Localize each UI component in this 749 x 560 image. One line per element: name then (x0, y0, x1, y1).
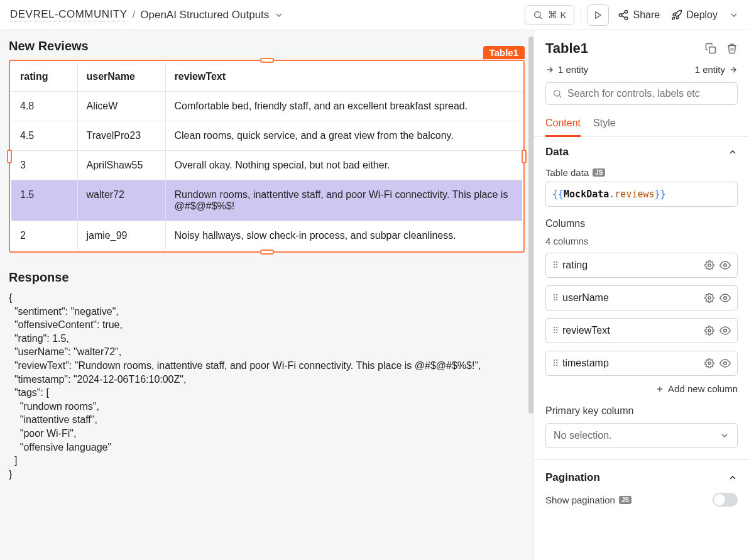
scrollbar[interactable] (528, 36, 533, 414)
gear-icon[interactable] (704, 260, 714, 270)
share-icon (618, 9, 629, 21)
cell-userName[interactable]: AliceW (77, 92, 165, 121)
widget-badge[interactable]: Table1 (483, 46, 525, 59)
table-row[interactable]: 4.5TravelPro23Clean rooms, quick service… (11, 121, 522, 151)
svg-marker-2 (596, 11, 601, 18)
chevron-up-icon (728, 473, 738, 483)
eye-icon[interactable] (719, 292, 731, 304)
js-badge: JS (593, 168, 605, 177)
grip-icon[interactable]: ⠿ (552, 293, 557, 303)
grip-icon[interactable]: ⠿ (552, 260, 557, 270)
pagination-heading-label: Pagination (545, 471, 600, 484)
response-body: { "sentiment": "negative", "offensiveCon… (9, 291, 525, 481)
svg-rect-8 (709, 47, 716, 53)
grip-icon[interactable]: ⠿ (552, 358, 557, 368)
cell-rating[interactable]: 1.5 (11, 180, 77, 221)
svg-point-3 (625, 10, 628, 13)
col-header-username[interactable]: userName (77, 62, 165, 92)
grip-icon[interactable]: ⠿ (552, 326, 557, 336)
eye-icon[interactable] (719, 260, 731, 271)
tab-style[interactable]: Style (593, 113, 616, 136)
tab-content[interactable]: Content (545, 113, 581, 137)
svg-line-7 (622, 12, 625, 14)
column-item[interactable]: ⠿reviewText (545, 318, 738, 343)
svg-point-20 (724, 362, 727, 365)
reviews-heading: New Reviews (9, 39, 525, 53)
svg-line-1 (540, 17, 542, 19)
deploy-button[interactable]: Deploy (669, 6, 720, 25)
cell-userName[interactable]: AprilShaw55 (77, 151, 165, 180)
show-pagination-row: Show pagination JS (545, 493, 738, 507)
gear-icon[interactable] (704, 358, 714, 368)
svg-point-0 (535, 11, 540, 17)
chevron-down-icon[interactable] (274, 10, 284, 20)
table-data-label-text: Table data (545, 167, 589, 178)
table-row[interactable]: 2jamie_99Noisy hallways, slow check-in p… (11, 221, 522, 251)
omnibox-button[interactable]: ⌘ K (525, 5, 574, 25)
eye-icon[interactable] (719, 325, 731, 336)
table-row[interactable]: 3AprilShaw55Overall okay. Nothing specia… (11, 151, 522, 180)
topbar-actions: ⌘ K Share Deploy (525, 4, 739, 26)
pagination-heading[interactable]: Pagination (545, 471, 738, 484)
cell-rating[interactable]: 4.5 (11, 121, 77, 151)
col-header-rating[interactable]: rating (11, 62, 77, 92)
cell-reviewText[interactable]: Rundown rooms, inattentive staff, and po… (165, 180, 522, 221)
data-heading[interactable]: Data (545, 146, 738, 158)
column-name: userName (562, 292, 699, 304)
table1-widget[interactable]: Table1 rating userName reviewText 4.8Ali… (9, 60, 525, 253)
gear-icon[interactable] (704, 293, 714, 303)
svg-point-14 (724, 264, 727, 267)
cell-rating[interactable]: 3 (11, 151, 77, 180)
deploy-chevron-icon[interactable] (729, 10, 739, 20)
breadcrumb-org[interactable]: DEVREL-COMMUNITY (10, 8, 128, 21)
column-item[interactable]: ⠿timestamp (545, 351, 738, 376)
cell-reviewText[interactable]: Overall okay. Nothing special, but not b… (165, 151, 522, 180)
table-row[interactable]: 1.5walter72Rundown rooms, inattentive st… (11, 180, 522, 221)
column-item[interactable]: ⠿userName (545, 285, 738, 310)
resize-handle-right[interactable] (522, 150, 527, 163)
cell-rating[interactable]: 4.8 (11, 92, 77, 121)
gear-icon[interactable] (704, 326, 714, 336)
divider (581, 8, 581, 23)
inspector-header: Table1 (534, 30, 749, 60)
copy-icon[interactable] (705, 43, 716, 54)
data-heading-label: Data (545, 146, 569, 158)
entity-row: 1 entity 1 entity (534, 60, 749, 82)
canvas[interactable]: New Reviews Table1 rating userName revie… (0, 30, 533, 560)
cell-reviewText[interactable]: Noisy hallways, slow check-in process, a… (165, 221, 522, 251)
binding-prop: reviews (615, 189, 654, 200)
table-data-input[interactable]: {{MockData.reviews}} (545, 182, 738, 207)
main: New Reviews Table1 rating userName revie… (0, 30, 749, 560)
cell-userName[interactable]: TravelPro23 (77, 121, 165, 151)
primary-key-value: No selection. (554, 430, 612, 441)
binding-close: }} (655, 189, 666, 200)
show-pagination-toggle[interactable] (713, 493, 738, 507)
cell-userName[interactable]: walter72 (77, 180, 165, 221)
col-header-reviewtext[interactable]: reviewText (165, 62, 522, 92)
resize-handle-left[interactable] (7, 150, 12, 163)
incoming-entity[interactable]: 1 entity (545, 64, 588, 75)
table-row[interactable]: 4.8AliceWComfortable bed, friendly staff… (11, 92, 522, 121)
svg-line-6 (622, 16, 625, 18)
add-column-button[interactable]: Add new column (545, 383, 738, 394)
trash-icon[interactable] (726, 43, 738, 54)
column-item[interactable]: ⠿rating (545, 253, 738, 278)
share-button[interactable]: Share (615, 6, 662, 25)
breadcrumb-app[interactable]: OpenAI Structured Outputs (140, 9, 269, 21)
eye-icon[interactable] (719, 358, 731, 369)
resize-handle-top[interactable] (260, 58, 274, 63)
column-name: reviewText (562, 325, 699, 336)
inspector-search-input[interactable] (567, 88, 731, 99)
outgoing-entity[interactable]: 1 entity (695, 64, 738, 75)
cell-userName[interactable]: jamie_99 (77, 221, 165, 251)
resize-handle-bottom[interactable] (260, 250, 274, 255)
inspector-search[interactable] (545, 82, 738, 105)
svg-point-5 (625, 17, 628, 20)
cell-reviewText[interactable]: Comfortable bed, friendly staff, and an … (165, 92, 522, 121)
run-button[interactable] (588, 4, 609, 26)
cell-reviewText[interactable]: Clean rooms, quick service, and a great … (165, 121, 522, 151)
cell-rating[interactable]: 2 (11, 221, 77, 251)
chevron-down-icon (719, 431, 730, 441)
primary-key-select[interactable]: No selection. (545, 423, 738, 448)
topbar: DEVREL-COMMUNITY / OpenAI Structured Out… (0, 0, 749, 30)
